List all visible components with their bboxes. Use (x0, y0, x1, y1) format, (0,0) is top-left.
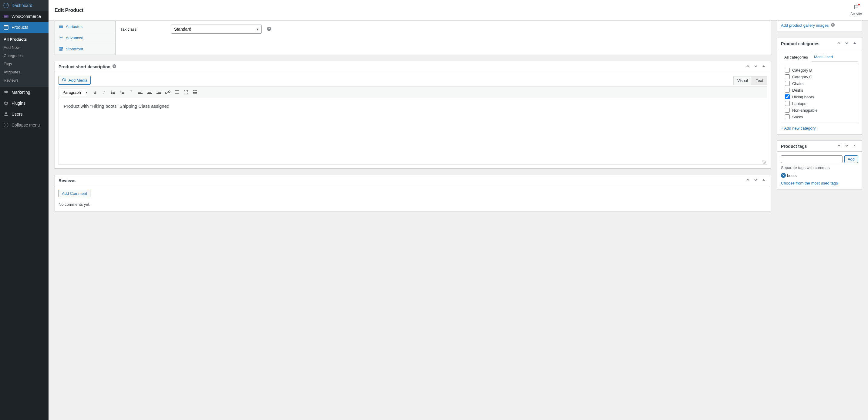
svg-rect-45 (194, 90, 196, 91)
tax-class-label: Tax class (120, 27, 166, 32)
add-gallery-link[interactable]: Add product gallery images (781, 23, 829, 28)
most-used-tags-link[interactable]: Choose from the most used tags (781, 181, 838, 185)
move-down-icon[interactable] (843, 40, 850, 47)
svg-rect-10 (59, 27, 63, 28)
add-media-button[interactable]: Add Media (59, 76, 91, 85)
move-down-icon[interactable] (843, 142, 850, 150)
move-up-icon[interactable] (836, 142, 842, 150)
product-tab-storefront[interactable]: Storefront (55, 43, 115, 55)
svg-point-19 (111, 91, 112, 92)
panel-title: Product short description (59, 64, 111, 69)
link-button[interactable] (163, 88, 172, 97)
media-icon (62, 78, 67, 83)
add-new-category-link[interactable]: + Add new category (781, 126, 816, 130)
submenu-attributes[interactable]: Attributes (0, 68, 49, 76)
category-tab-most-used[interactable]: Most Used (811, 53, 836, 61)
align-right-button[interactable] (154, 88, 163, 97)
sidebar-item-users[interactable]: Users (0, 109, 49, 120)
italic-button[interactable]: I (99, 88, 108, 97)
panel-title: Product categories (781, 41, 819, 46)
insert-more-button[interactable] (172, 88, 181, 97)
svg-text:woo: woo (4, 16, 8, 18)
align-center-button[interactable] (145, 88, 154, 97)
fullscreen-button[interactable] (181, 88, 190, 97)
svg-rect-22 (113, 92, 115, 93)
category-checkbox[interactable] (785, 68, 790, 72)
move-down-icon[interactable] (752, 63, 759, 70)
category-item[interactable]: Hiking boots (784, 93, 855, 100)
move-down-icon[interactable] (752, 177, 759, 184)
submenu-categories[interactable]: Categories (0, 52, 49, 60)
submenu-reviews[interactable]: Reviews (0, 76, 49, 84)
category-item[interactable]: Category C (784, 73, 855, 80)
panel-title: Product tags (781, 144, 807, 149)
category-checkbox[interactable] (785, 94, 790, 99)
bold-button[interactable]: B (90, 88, 99, 97)
blockquote-button[interactable]: “ (127, 88, 136, 97)
editor-tab-text[interactable]: Text (752, 76, 767, 85)
remove-tag-icon[interactable]: ✕ (781, 173, 786, 178)
toolbar-toggle-button[interactable] (190, 88, 199, 97)
toggle-icon[interactable] (760, 177, 767, 184)
category-item[interactable]: Desks (784, 87, 855, 93)
toggle-icon[interactable] (851, 142, 858, 150)
move-up-icon[interactable] (836, 40, 842, 47)
tax-class-select[interactable]: Standard (171, 25, 262, 34)
resize-handle[interactable] (763, 160, 766, 164)
collapse-label: Collapse menu (11, 123, 40, 127)
product-tab-advanced[interactable]: Advanced (55, 32, 115, 43)
move-up-icon[interactable] (745, 63, 751, 70)
svg-rect-7 (854, 5, 858, 8)
collapse-menu-button[interactable]: Collapse menu (0, 120, 49, 130)
category-item[interactable]: Category B (784, 67, 855, 73)
megaphone-icon (3, 89, 9, 95)
svg-rect-43 (175, 93, 179, 94)
category-item[interactable]: Laptops (784, 100, 855, 107)
category-list[interactable]: Category B Category C Chairs Desks Hikin… (781, 64, 858, 123)
sidebar-item-products[interactable]: Products (0, 22, 49, 33)
svg-rect-46 (196, 90, 197, 91)
activity-button[interactable]: Activity (850, 4, 862, 16)
category-checkbox[interactable] (785, 81, 790, 86)
category-item[interactable]: Socks (784, 114, 855, 120)
category-checkbox[interactable] (785, 114, 790, 119)
help-icon[interactable]: ? (831, 23, 835, 28)
submenu-tags[interactable]: Tags (0, 60, 49, 68)
toggle-icon[interactable] (760, 63, 767, 70)
align-left-button[interactable] (136, 88, 145, 97)
sidebar-item-plugins[interactable]: Plugins (0, 98, 49, 109)
sidebar-item-marketing[interactable]: Marketing (0, 87, 49, 98)
numbered-list-button[interactable]: 123 (118, 88, 127, 97)
product-tab-attributes[interactable]: Attributes (55, 21, 115, 32)
move-up-icon[interactable] (745, 177, 751, 184)
category-item[interactable]: Non-shippable (784, 107, 855, 114)
topbar: Edit Product Activity (49, 0, 868, 21)
category-tab-all[interactable]: All categories (781, 53, 811, 62)
category-checkbox[interactable] (785, 74, 790, 79)
svg-rect-44 (193, 90, 194, 91)
sidebar-item-woocommerce[interactable]: woo WooCommerce (0, 11, 49, 22)
sidebar-item-dashboard[interactable]: Dashboard (0, 0, 49, 11)
category-item[interactable]: Chairs (784, 80, 855, 87)
add-comment-button[interactable]: Add Comment (59, 190, 90, 197)
admin-sidebar: Dashboard woo WooCommerce Products All P… (0, 0, 49, 420)
no-comments-text: No comments yet. (59, 201, 767, 208)
help-icon[interactable]: ? (267, 26, 272, 32)
category-checkbox[interactable] (785, 88, 790, 93)
category-checkbox[interactable] (785, 101, 790, 106)
category-checkbox[interactable] (785, 108, 790, 113)
toggle-icon[interactable] (851, 40, 858, 47)
help-icon[interactable]: ? (112, 64, 117, 69)
submenu-add-new[interactable]: Add New (0, 43, 49, 52)
format-select[interactable]: Paragraph (60, 89, 87, 96)
submenu-all-products[interactable]: All Products (0, 35, 49, 43)
bullet-list-button[interactable] (108, 88, 118, 97)
svg-rect-30 (122, 93, 124, 94)
product-categories-panel: Product categories All categories Most U… (777, 38, 862, 134)
sidebar-label: Marketing (11, 90, 30, 95)
editor-tab-visual[interactable]: Visual (733, 76, 752, 85)
add-tag-button[interactable]: Add (844, 155, 858, 163)
tag-input[interactable] (781, 155, 842, 163)
short-description-editor[interactable]: Product with "Hiking boots" Shipping Cla… (59, 98, 767, 159)
svg-rect-34 (138, 93, 143, 94)
